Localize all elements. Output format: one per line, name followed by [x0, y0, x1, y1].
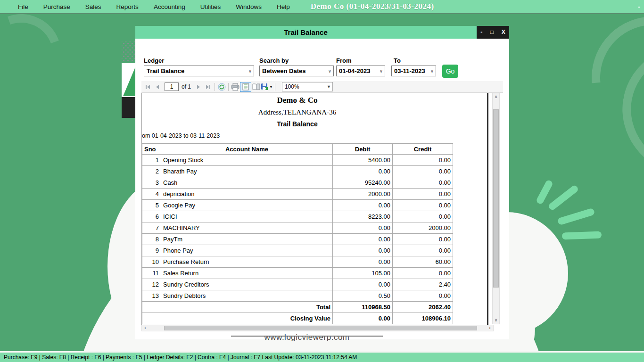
zoom-select[interactable]: 100% ▼ — [282, 82, 333, 91]
ledger-select[interactable]: Trail Balance ∨ — [144, 66, 254, 76]
chevron-down-icon: ▼ — [327, 82, 331, 91]
menu-item-accounting[interactable]: Accounting — [154, 3, 185, 10]
chevron-down-icon: ∨ — [380, 66, 383, 76]
search-by-select[interactable]: Between Dates ∨ — [259, 66, 334, 76]
chevron-down-icon: ∨ — [430, 66, 434, 76]
app-minimize-button[interactable]: - — [638, 3, 640, 10]
table-row: 8PayTm0.000.00 — [142, 234, 453, 245]
swirl-decor — [612, 33, 644, 188]
menu-item-windows[interactable]: Windows — [236, 3, 262, 10]
window-titlebar[interactable]: Trail Balance - □ X — [135, 26, 509, 39]
ledger-label: Ledger — [144, 57, 164, 64]
table-row: 3Cash95240.000.00 — [142, 177, 453, 189]
menu-bar: FilePurchaseSalesReportsAccountingUtilit… — [0, 0, 644, 14]
header-account-name: Account Name — [161, 144, 333, 155]
table-row: 10Purchase Return0.0060.00 — [142, 256, 453, 268]
swirl-decor — [567, 0, 644, 164]
table-row: 13Sundry Debtors0.500.00 — [142, 290, 453, 302]
horizontal-scroll-thumb[interactable] — [164, 326, 477, 330]
company-period-title: Demo Co (01-04-2023/31-03-2024) — [311, 2, 434, 11]
summary-row: Closing Value0.00108906.10 — [142, 313, 453, 324]
table-header-row: Sno Account Name Debit Credit — [142, 144, 453, 155]
maximize-button[interactable]: □ — [490, 26, 494, 39]
horizontal-scrollbar[interactable]: ‹ › — [141, 325, 494, 331]
header-sno: Sno — [142, 144, 161, 155]
shortcut-legend: Purchase: F9 | Sales: F8 | Receipt : F6 … — [4, 354, 357, 361]
previous-page-button[interactable] — [152, 82, 162, 92]
menu-item-utilities[interactable]: Utilities — [200, 3, 221, 10]
toolbar-separator — [228, 83, 229, 91]
table-row: 6ICICI8223.000.00 — [142, 211, 453, 222]
menu-item-file[interactable]: File — [18, 3, 28, 10]
report-toolbar: of 1 — [141, 81, 503, 93]
from-label: From — [336, 57, 352, 64]
report-address: Address,TELANGANA-36 — [142, 108, 453, 116]
window-title: Trail Balance — [135, 26, 476, 39]
table-row: 11Sales Return105.000.00 — [142, 268, 453, 279]
page-count-label: of 1 — [182, 83, 191, 90]
close-button[interactable]: X — [502, 26, 505, 39]
trial-balance-table: Sno Account Name Debit Credit 1Opening S… — [142, 143, 453, 324]
next-page-button[interactable] — [194, 82, 203, 92]
table-row: 4depriciation2000.000.00 — [142, 189, 453, 200]
go-button[interactable]: Go — [442, 65, 458, 78]
ray-decor — [547, 184, 579, 211]
menu-item-reports[interactable]: Reports — [116, 3, 139, 10]
window-controls: - □ X — [477, 26, 509, 39]
toolbar-separator — [275, 83, 275, 91]
table-row: 2Bharath Pay0.000.00 — [142, 166, 453, 177]
first-page-button[interactable] — [143, 82, 152, 92]
ray-decor — [557, 208, 595, 226]
chevron-down-icon: ▼ — [269, 85, 273, 89]
table-row: 5Google Pay0.000.00 — [142, 200, 453, 211]
menu-item-sales[interactable]: Sales — [85, 3, 101, 10]
page-number-input[interactable] — [165, 82, 179, 91]
chevron-down-icon: ∨ — [328, 66, 331, 76]
header-credit: Credit — [393, 144, 453, 155]
scroll-right-icon[interactable]: › — [487, 325, 493, 331]
watermark-text: www.logicviewerp.com — [142, 333, 472, 342]
table-row: 1Opening Stock5400.000.00 — [142, 155, 453, 166]
page-setup-icon[interactable] — [251, 82, 261, 92]
scroll-down-icon[interactable]: ∨ — [493, 317, 499, 324]
ray-decor — [562, 231, 602, 240]
print-layout-icon[interactable] — [240, 82, 251, 92]
ray-decor — [536, 179, 554, 205]
scroll-up-icon[interactable]: ∧ — [493, 93, 499, 100]
last-page-button[interactable] — [203, 82, 213, 92]
to-date-select[interactable]: 03-11-2023 ∨ — [391, 66, 436, 76]
from-date-select[interactable]: 01-04-2023 ∨ — [336, 66, 385, 76]
refresh-icon[interactable] — [217, 82, 226, 92]
logo-black-block — [122, 97, 136, 118]
trail-balance-window: Trail Balance - □ X Ledger Search by Fro… — [135, 26, 509, 339]
minimize-button[interactable]: - — [480, 26, 482, 39]
table-row: 12Sundry Creditors0.002.40 — [142, 279, 453, 290]
vertical-scroll-thumb[interactable] — [493, 109, 499, 288]
scroll-left-icon[interactable]: ‹ — [142, 325, 149, 331]
menu-item-help[interactable]: Help — [277, 3, 290, 10]
report-period: om 01-04-2023 to 03-11-2023 — [142, 132, 220, 139]
summary-row: Total110968.502062.40 — [142, 302, 453, 313]
print-icon[interactable] — [231, 82, 240, 92]
background-logo-fragment — [118, 41, 136, 118]
chevron-down-icon: ∨ — [248, 66, 252, 76]
report-company-name: Demo & Co — [142, 96, 453, 105]
menu-item-purchase[interactable]: Purchase — [43, 3, 70, 10]
report-title: Trail Balance — [142, 120, 453, 128]
status-bar: Purchase: F9 | Sales: F8 | Receipt : F6 … — [0, 351, 644, 362]
swirl-decor — [0, 1, 74, 107]
logo-dot-pattern — [122, 41, 136, 62]
header-debit: Debit — [333, 144, 393, 155]
export-icon[interactable]: ▼ — [261, 82, 273, 92]
table-row: 9Phone Pay0.000.00 — [142, 245, 453, 256]
toolbar-separator — [215, 83, 215, 91]
vertical-scrollbar[interactable]: ∧ ∨ — [492, 93, 500, 324]
to-label: To — [394, 57, 401, 64]
search-by-label: Search by — [259, 57, 289, 64]
table-row: 7MACHINARY0.002000.00 — [142, 222, 453, 234]
